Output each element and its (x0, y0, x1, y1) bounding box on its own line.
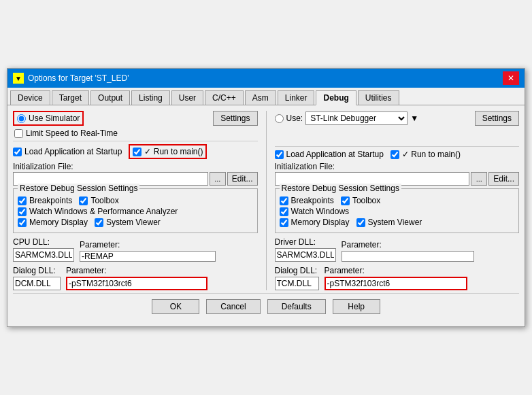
left-browse-button[interactable]: ... (210, 172, 226, 186)
right-driver-dll-input[interactable] (275, 248, 336, 262)
tab-utilities[interactable]: Utilities (358, 90, 399, 105)
footer: OK Cancel Defaults Help (13, 293, 519, 321)
app-icon: ▼ (13, 73, 24, 84)
right-toolbox-checkbox[interactable] (341, 196, 350, 205)
left-watch-checkbox[interactable] (18, 207, 27, 216)
left-cpu-param-input[interactable] (80, 251, 216, 262)
limit-speed-label: Limit Speed to Real-Time (26, 128, 118, 138)
tabs-bar: Device Target Output Listing User C/C++ … (7, 88, 525, 105)
left-load-app-checkbox[interactable] (13, 148, 22, 156)
left-cpu-param-label: Parameter: (80, 240, 216, 250)
right-dialog-dll-input[interactable] (275, 277, 319, 290)
right-browse-button[interactable]: ... (471, 172, 487, 186)
panel-divider (266, 111, 267, 290)
right-check-row1: Breakpoints Toolbox (280, 196, 515, 205)
window-title: Options for Target 'ST_LED' (28, 73, 129, 83)
left-restore-group: Restore Debug Session Settings Breakpoin… (13, 188, 258, 233)
right-memory-checkbox[interactable] (280, 218, 288, 227)
right-spacer (275, 128, 520, 143)
title-bar: ▼ Options for Target 'ST_LED' ✕ (7, 69, 525, 88)
right-sysviewer-checkbox[interactable] (356, 218, 365, 227)
right-check-row3: Memory Display System Viewer (280, 218, 515, 227)
use-right-radio[interactable] (275, 114, 284, 123)
right-restore-group: Restore Debug Session Settings Breakpoin… (275, 188, 520, 233)
right-driver-dll-row: Driver DLL: Parameter: (275, 237, 520, 262)
tab-device[interactable]: Device (10, 90, 50, 105)
run-to-main-box: ✓ Run to main() (129, 144, 207, 159)
tab-target[interactable]: Target (52, 90, 89, 105)
tab-debug[interactable]: Debug (316, 90, 356, 105)
use-simulator-radio[interactable] (17, 114, 26, 123)
left-check-row3: Memory Display System Viewer (18, 218, 253, 227)
left-check-row1: Breakpoints Toolbox (18, 196, 253, 205)
left-restore-title: Restore Debug Session Settings (18, 184, 139, 193)
left-run-to-main-label: ✓ Run to main() (144, 147, 203, 156)
tab-user[interactable]: User (171, 90, 203, 105)
defaults-button[interactable]: Defaults (267, 299, 326, 314)
right-dialog-dll-row: Dialog DLL: Parameter: (275, 266, 520, 290)
left-run-to-main-checkbox[interactable] (133, 148, 142, 156)
left-toolbox-checkbox[interactable] (79, 196, 88, 205)
tab-linker[interactable]: Linker (278, 90, 315, 105)
left-cpu-dll-label: CPU DLL: (13, 237, 74, 247)
use-right-row: Use: ST-Link Debugger ▼ (275, 111, 419, 125)
right-driver-param-input[interactable] (342, 251, 474, 262)
left-watch-row: Watch Windows & Performance Analyzer (18, 207, 253, 216)
right-memory-label: Memory Display (291, 218, 350, 227)
right-watch-label: Watch Windows (291, 207, 350, 216)
left-panel: Use Simulator Settings Limit Speed to Re… (13, 111, 258, 290)
left-dialog-param-label: Parameter: (66, 266, 207, 275)
tab-output[interactable]: Output (90, 90, 130, 105)
right-driver-dll-label: Driver DLL: (275, 237, 336, 247)
left-dialog-dll-label: Dialog DLL: (13, 266, 61, 275)
close-button[interactable]: ✕ (503, 71, 519, 85)
left-edit-button[interactable]: Edit... (227, 172, 258, 186)
right-run-to-main-checkbox[interactable] (390, 150, 399, 159)
left-memory-label: Memory Display (29, 218, 88, 227)
left-load-app-label: Load Application at Startup (24, 147, 122, 156)
right-sysviewer-label: System Viewer (368, 218, 422, 227)
tab-cpp[interactable]: C/C++ (205, 90, 244, 105)
title-bar-left: ▼ Options for Target 'ST_LED' (13, 73, 129, 84)
right-breakpoints-checkbox[interactable] (280, 196, 288, 205)
right-run-to-main-label: ✓ Run to main() (402, 150, 461, 159)
right-settings-button[interactable]: Settings (475, 111, 519, 126)
right-edit-button[interactable]: Edit... (488, 172, 519, 186)
left-breakpoints-label: Breakpoints (29, 196, 72, 205)
content-area: Use Simulator Settings Limit Speed to Re… (7, 105, 525, 326)
right-watch-checkbox[interactable] (280, 207, 288, 216)
left-breakpoints-checkbox[interactable] (18, 196, 27, 205)
right-init-file-label: Initialization File: (275, 162, 520, 171)
ok-button[interactable]: OK (152, 299, 199, 314)
right-breakpoints-label: Breakpoints (291, 196, 334, 205)
right-driver-param-label: Parameter: (342, 240, 474, 250)
right-restore-title: Restore Debug Session Settings (280, 184, 401, 193)
right-dialog-dll-label: Dialog DLL: (275, 266, 319, 275)
left-dialog-param-input[interactable] (66, 277, 207, 290)
debugger-select[interactable]: ST-Link Debugger (305, 111, 408, 125)
right-dialog-param-label: Parameter: (325, 266, 467, 275)
limit-speed-checkbox[interactable] (14, 129, 23, 138)
left-cpu-dll-input[interactable] (13, 248, 74, 262)
left-settings-button[interactable]: Settings (213, 111, 257, 126)
right-load-app-row: Load Application at Startup (275, 150, 384, 159)
right-panel: Use: ST-Link Debugger ▼ Settings Load Ap… (275, 111, 520, 290)
help-button[interactable]: Help (333, 299, 380, 314)
left-sysviewer-checkbox[interactable] (95, 218, 103, 227)
left-dialog-dll-input[interactable] (13, 277, 61, 290)
left-cpu-dll-row: CPU DLL: Parameter: (13, 237, 258, 262)
cancel-button[interactable]: Cancel (206, 299, 260, 314)
left-memory-checkbox[interactable] (18, 218, 27, 227)
left-init-file-label: Initialization File: (13, 162, 258, 171)
left-watch-label: Watch Windows & Performance Analyzer (29, 207, 178, 216)
right-dialog-param-input[interactable] (325, 277, 467, 290)
tab-asm[interactable]: Asm (245, 90, 276, 105)
use-simulator-label: Use Simulator (29, 114, 80, 123)
right-load-app-checkbox[interactable] (275, 150, 284, 159)
tab-listing[interactable]: Listing (131, 90, 170, 105)
dropdown-arrow[interactable]: ▼ (410, 114, 418, 123)
right-watch-row: Watch Windows (280, 207, 515, 216)
right-load-app-label: Load Application at Startup (286, 150, 384, 159)
main-panels: Use Simulator Settings Limit Speed to Re… (13, 111, 519, 290)
use-simulator-box: Use Simulator (13, 111, 84, 126)
